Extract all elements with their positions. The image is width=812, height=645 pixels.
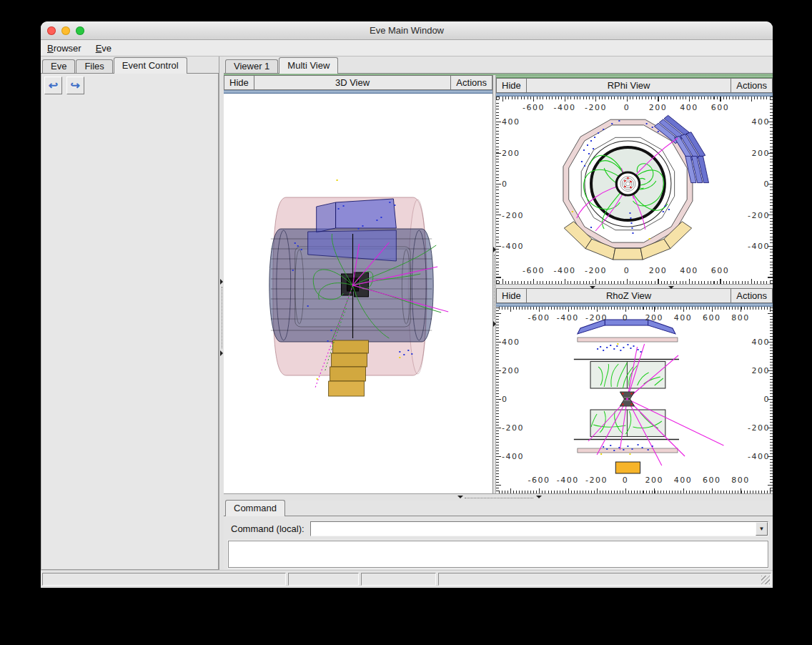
splitter-collapse-icon[interactable] — [457, 496, 463, 498]
command-combobox[interactable]: ▼ — [310, 521, 768, 536]
tab-command[interactable]: Command — [225, 500, 285, 516]
command-area: Command Command (local): ▼ — [224, 501, 773, 570]
menu-eve[interactable]: Eve — [96, 43, 112, 54]
back-arrow-icon: ↩ — [49, 79, 58, 92]
splitter-dots — [465, 498, 533, 498]
rphi-detector-figure — [496, 97, 773, 284]
title-bar[interactable]: Eve Main Window — [41, 21, 773, 40]
command-dropdown-button[interactable]: ▼ — [756, 522, 768, 536]
tab-multi-view[interactable]: Multi View — [279, 57, 338, 74]
tab-event-control[interactable]: Event Control — [114, 57, 187, 74]
rhoz-hide-button[interactable]: Hide — [496, 288, 527, 303]
splitter-collapse-icon[interactable] — [668, 286, 674, 289]
splitter-dots — [494, 255, 495, 319]
command-input[interactable] — [311, 522, 756, 536]
status-segment — [42, 573, 286, 586]
detector-3d-figure — [224, 94, 492, 493]
left-tab-row: Eve Files Event Control — [41, 56, 219, 74]
rhoz-title: RhoZ View — [527, 288, 731, 303]
tab-eve[interactable]: Eve — [42, 59, 75, 73]
rphi-header: Hide RPhi View Actions — [496, 78, 773, 93]
view3d-canvas[interactable] — [224, 94, 492, 493]
command-splitter[interactable] — [224, 493, 773, 501]
splitter-collapse-icon[interactable] — [220, 279, 223, 285]
tab-files[interactable]: Files — [76, 59, 112, 73]
splitter-collapse-icon[interactable] — [536, 496, 542, 498]
command-prompt-label: Command (local): — [231, 523, 304, 534]
view3d-actions-button[interactable]: Actions — [450, 75, 492, 90]
rphi-canvas[interactable]: -600-400-2000200400600 -600-400-20002004… — [496, 97, 773, 284]
splitter-dots — [222, 287, 222, 348]
forward-arrow-icon: ↪ — [70, 79, 79, 92]
close-button[interactable] — [47, 26, 56, 35]
pane-3d-view: Hide 3D View Actions — [224, 75, 493, 493]
splitter-dots — [597, 288, 665, 289]
next-event-button[interactable]: ↪ — [66, 77, 84, 94]
menu-bar: Browser Eve — [41, 40, 773, 56]
event-control-panel: ↩ ↪ — [41, 74, 219, 570]
left-panel: Eve Files Event Control ↩ ↪ — [41, 56, 219, 570]
status-segment — [288, 573, 359, 586]
rphi-rhoz-splitter[interactable] — [496, 284, 773, 288]
view3d-hide-button[interactable]: Hide — [224, 75, 254, 90]
chevron-down-icon: ▼ — [759, 526, 765, 532]
viewer-tab-row: Viewer 1 Multi View — [224, 56, 773, 74]
status-segment — [438, 573, 771, 586]
status-bar — [41, 570, 773, 588]
status-segment — [361, 573, 436, 586]
eve-main-window: Eve Main Window Browser Eve Eve Files Ev… — [41, 21, 773, 588]
rphi-hide-button[interactable]: Hide — [496, 78, 527, 93]
rphi-actions-button[interactable]: Actions — [731, 78, 773, 93]
view3d-header: Hide 3D View Actions — [224, 75, 492, 90]
previous-event-button[interactable]: ↩ — [44, 77, 62, 94]
view3d-title: 3D View — [254, 75, 451, 90]
left-splitter[interactable] — [219, 56, 224, 570]
zoom-button[interactable] — [76, 26, 84, 35]
menu-browser[interactable]: Browser — [47, 43, 81, 54]
command-tab-row: Command — [224, 501, 773, 516]
traffic-lights — [47, 26, 84, 35]
rphi-title: RPhi View — [527, 78, 731, 93]
tab-viewer-1[interactable]: Viewer 1 — [225, 59, 278, 73]
window-title: Eve Main Window — [370, 25, 444, 36]
rhoz-detector-figure — [496, 307, 773, 493]
minimize-button[interactable] — [61, 26, 70, 35]
resize-grip-icon[interactable] — [761, 576, 770, 584]
command-output[interactable] — [228, 541, 768, 568]
rhoz-actions-button[interactable]: Actions — [731, 288, 773, 303]
splitter-collapse-icon[interactable] — [590, 286, 595, 289]
rhoz-header: Hide RhoZ View Actions — [496, 288, 773, 303]
rhoz-canvas[interactable]: -600-400-2000200400600800 -600-400-20002… — [496, 307, 773, 493]
splitter-collapse-icon[interactable] — [220, 350, 223, 356]
